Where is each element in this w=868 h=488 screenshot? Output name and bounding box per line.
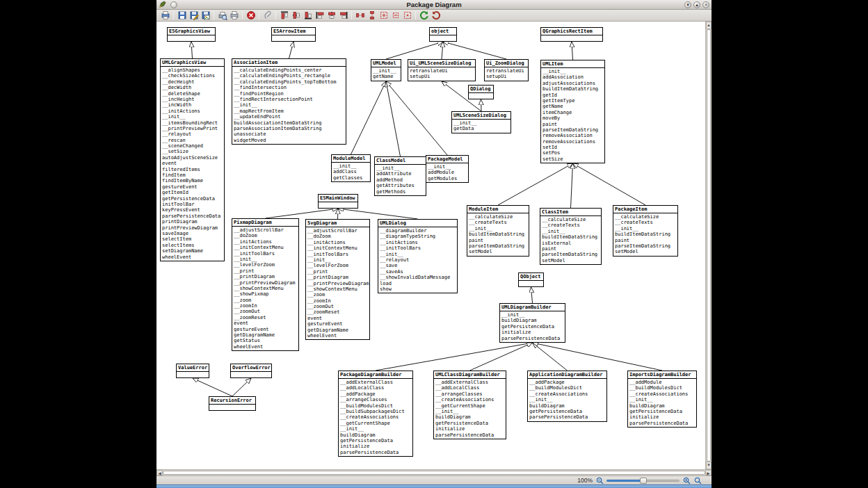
shade-button[interactable]: ▾: [684, 1, 691, 8]
method-item: wheelEvent: [162, 254, 223, 260]
class-box-OverflowError[interactable]: OverflowError: [230, 364, 272, 378]
method-item: __printPreviewDiagram: [234, 280, 297, 286]
class-box-ClassModel[interactable]: ClassModel__init__addAttributeaddMethodg…: [374, 156, 426, 196]
re-layout-icon[interactable]: [430, 10, 442, 21]
method-item: getItemId: [162, 190, 223, 195]
align-right-icon[interactable]: [337, 10, 349, 21]
decrease-size-icon[interactable]: [389, 10, 401, 21]
space-equally-vertical-icon[interactable]: [366, 10, 378, 21]
class-box-ImportsDiagramBuilder[interactable]: ImportsDiagramBuilder__addModule__buildM…: [627, 371, 697, 428]
scroll-left-icon[interactable]: ◀: [156, 470, 163, 475]
class-box-E5GraphicsView[interactable]: E5GraphicsView: [167, 27, 216, 42]
method-item: buildAssociationItemDataString: [234, 120, 344, 126]
vertical-scrollbar-thumb[interactable]: [707, 29, 711, 462]
set-size-icon[interactable]: [401, 10, 413, 21]
class-box-UMLModel[interactable]: UMLModel__init__getName: [371, 59, 401, 81]
method-item: __doZoom: [234, 233, 297, 238]
scroll-right-icon[interactable]: ▶: [705, 470, 712, 475]
inheritance-edge: [572, 42, 573, 60]
class-box-UMLClassDiagramBuilder[interactable]: UMLClassDiagramBuilder__addExternalClass…: [433, 371, 506, 439]
class-name: QDialog: [469, 86, 493, 93]
window-menu-button[interactable]: [170, 1, 177, 8]
method-item: printPreviewDiagram: [162, 225, 223, 231]
class-box-AssociationItem[interactable]: AssociationItem__calculateEndingPoints_c…: [232, 58, 346, 145]
method-item: __alignShapes: [162, 67, 223, 73]
space-equally-horizontal-icon[interactable]: [354, 10, 366, 21]
class-box-QGraphicsRectItem[interactable]: QGraphicsRectItem: [540, 27, 603, 42]
class-box-ValueError[interactable]: ValueError: [176, 364, 209, 378]
method-item: setModel: [469, 249, 527, 254]
align-center-horizontal-icon[interactable]: [326, 10, 337, 21]
maximize-button[interactable]: ▴: [693, 1, 700, 8]
method-item: __init__: [529, 397, 605, 402]
method-item: __init__: [629, 397, 695, 402]
horizontal-scrollbar-thumb[interactable]: [163, 471, 705, 475]
toolbar-separator: [173, 11, 174, 19]
increase-size-icon[interactable]: [378, 10, 389, 21]
class-methods: __addPackage__buildModulesDict__createAs…: [528, 379, 606, 421]
class-box-E5ArrowItem[interactable]: E5ArrowItem: [271, 27, 316, 42]
method-item: initialize: [435, 426, 504, 432]
method-item: __addExternalClass: [435, 380, 504, 385]
print-icon[interactable]: [159, 10, 171, 21]
method-item: __relayout: [162, 131, 223, 137]
class-box-PackageModel[interactable]: PackageModel__init__addModulegetModules: [426, 155, 469, 183]
class-box-PackageItem[interactable]: PackageItem__calculateSize__createTexts_…: [613, 205, 678, 257]
class-box-E5MainWindow[interactable]: E5MainWindow: [318, 194, 358, 209]
class-box-UMLDialog[interactable]: UMLDialog__diagramBuilder__diagramTypeSt…: [378, 219, 458, 293]
scroll-down-icon[interactable]: ▼: [706, 462, 712, 469]
class-box-Ui_ZoomDialog[interactable]: Ui_ZoomDialogretranslateUisetupUi: [484, 59, 529, 81]
align-left-icon[interactable]: [314, 10, 326, 21]
class-box-ModuleModel[interactable]: ModuleModel__init__addClassgetClasses: [331, 154, 371, 182]
align-middle-icon[interactable]: [290, 10, 302, 21]
class-box-UMLGraphicsView[interactable]: UMLGraphicsView__alignShapes__checkSizeA…: [160, 58, 225, 261]
class-box-UMLDiagramBuilder[interactable]: UMLDiagramBuilder__init__buildDiagramget…: [499, 303, 565, 343]
title-bar[interactable]: Package Diagram ▾▴×: [156, 0, 712, 10]
method-item: show: [380, 286, 456, 292]
class-box-ModuleItem[interactable]: ModuleItem__calculateSize__createTexts__…: [467, 205, 529, 257]
method-item: __init__: [542, 229, 600, 234]
zoom-slider[interactable]: [606, 477, 680, 484]
method-item: getDiagramName: [307, 327, 368, 333]
print-preview-icon[interactable]: [216, 10, 228, 21]
close-button[interactable]: ×: [702, 1, 709, 8]
zoom-reset-button[interactable]: [693, 476, 702, 485]
class-box-QDialog[interactable]: QDialog: [468, 85, 494, 99]
class-box-ClassItem[interactable]: ClassItem__calculateSize__createTexts__i…: [540, 208, 602, 265]
method-item: __printDiagram: [307, 275, 368, 280]
method-item: __saveAs: [380, 269, 456, 275]
re-scan-icon[interactable]: [418, 10, 430, 21]
scroll-up-icon[interactable]: ▲: [706, 22, 712, 29]
zoom-in-button[interactable]: [682, 476, 691, 485]
zoom-out-button[interactable]: [595, 476, 604, 485]
save-as-icon[interactable]: [188, 10, 200, 21]
horizontal-scrollbar[interactable]: ◀ ▶: [156, 469, 712, 475]
method-item: saveImage: [162, 231, 223, 236]
method-item: __decHeight: [162, 79, 223, 85]
method-item: getData: [453, 126, 509, 131]
vertical-scrollbar[interactable]: ▲ ▼: [705, 22, 712, 469]
method-item: addMethod: [376, 177, 424, 183]
class-box-ApplicationDiagramBuilder[interactable]: ApplicationDiagramBuilder__addPackage__b…: [527, 371, 607, 422]
class-box-Ui_UMLSceneSizeDialog[interactable]: Ui_UMLSceneSizeDialogretranslateUisetupU…: [408, 59, 476, 81]
class-box-UMLItem[interactable]: UMLItem__init__addAssociationadjustAssoc…: [540, 60, 605, 163]
align-top-icon[interactable]: [278, 10, 290, 21]
class-box-UMLSceneSizeDialog[interactable]: UMLSceneSizeDialog__init__getData: [451, 111, 511, 133]
align-bottom-icon[interactable]: [302, 10, 314, 21]
class-box-object[interactable]: object: [429, 27, 457, 42]
print-diagram-icon[interactable]: [228, 10, 240, 21]
method-item: buildDiagram: [435, 414, 504, 420]
delete-shapes-icon[interactable]: [245, 10, 257, 21]
diagram-canvas[interactable]: E5GraphicsViewE5ArrowItemobjectQGraphics…: [156, 22, 705, 469]
class-box-QObject[interactable]: QObject: [518, 273, 544, 287]
zoom-slider-handle[interactable]: [640, 478, 647, 484]
method-item: gestureEvent: [162, 184, 223, 190]
add-association-icon[interactable]: [262, 10, 273, 21]
class-box-PixmapDiagram[interactable]: PixmapDiagram__adjustScrollBar__doZoom__…: [232, 218, 299, 351]
save-image-icon[interactable]: [200, 10, 211, 21]
class-box-RecursionError[interactable]: RecursionError: [209, 396, 256, 411]
method-item: setDiagramName: [162, 248, 223, 254]
class-box-PackageDiagramBuilder[interactable]: PackageDiagramBuilder__addExternalClass_…: [338, 371, 413, 457]
class-box-SvgDiagram[interactable]: SvgDiagram__adjustScrollBar__doZoom__ini…: [305, 219, 370, 340]
save-icon[interactable]: [176, 10, 188, 21]
